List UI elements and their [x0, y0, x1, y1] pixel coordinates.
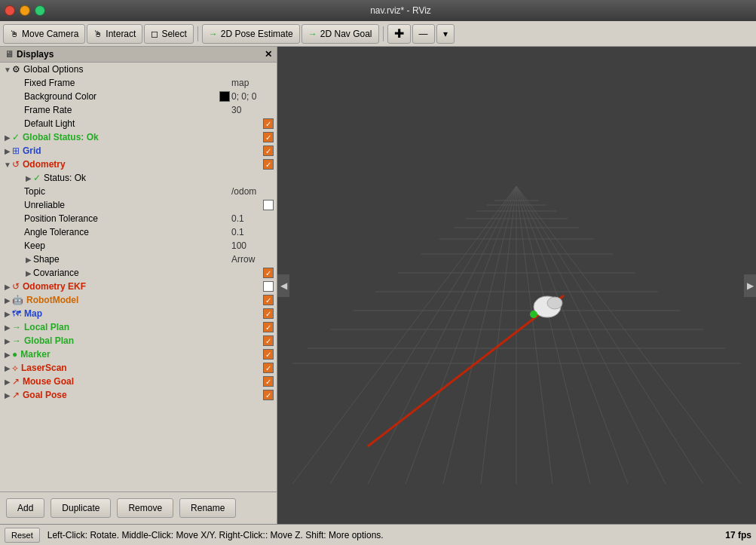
mouse-goal-row[interactable]: ▶ ↗ Mouse Goal [0, 375, 277, 388]
odometry-label: Odometry [23, 159, 263, 170]
marker-checkbox[interactable] [263, 349, 274, 360]
dropdown-button[interactable]: ▾ [436, 24, 455, 44]
local-plan-label: Local Plan [24, 322, 263, 332]
global-status-row[interactable]: ▶ ✓ Global Status: Ok [0, 130, 277, 144]
viewport-right-arrow[interactable]: ▶ [744, 274, 756, 297]
robot-model-arrow: ▶ [3, 296, 12, 305]
odometry-ekf-checkbox[interactable] [263, 281, 274, 292]
shape-arrow: ▶ [24, 256, 33, 264]
global-status-checkbox[interactable] [263, 132, 274, 142]
grid-row[interactable]: ▶ ⊞ Grid [0, 144, 277, 158]
minimize-button[interactable] [20, 5, 30, 16]
map-arrow: ▶ [3, 310, 12, 318]
local-plan-checkbox[interactable] [263, 322, 274, 332]
nav-goal-button[interactable]: → 2D Nav Goal [301, 24, 379, 44]
global-options-row[interactable]: ▼ ⚙ Global Options [0, 63, 277, 76]
add-crosshair-button[interactable]: ✚ [387, 24, 411, 44]
angle-tolerance-value: 0.1 [231, 227, 277, 237]
viewport[interactable]: ◀ ▶ [277, 47, 756, 524]
minus-button[interactable]: — [412, 24, 435, 44]
bg-color-value: 0; 0; 0 [231, 91, 277, 102]
keep-row[interactable]: Keep 100 [0, 239, 277, 253]
fps-counter: 17 fps [725, 530, 751, 540]
bg-color-label: Background Color [24, 91, 219, 102]
fixed-frame-row[interactable]: Fixed Frame map [0, 76, 277, 90]
local-plan-arrow: ▶ [3, 323, 12, 332]
global-plan-row[interactable]: ▶ → Global Plan [0, 334, 277, 348]
local-plan-row[interactable]: ▶ → Local Plan [0, 320, 277, 334]
pose-estimate-button[interactable]: → 2D Pose Estimate [202, 24, 300, 44]
odometry-unreliable-checkbox[interactable] [263, 200, 274, 210]
map-checkbox[interactable] [263, 308, 274, 319]
global-status-icon: ✓ [12, 132, 20, 142]
shape-row[interactable]: ▶ Shape Arrow [0, 253, 277, 266]
odometry-checkbox[interactable] [263, 159, 274, 170]
robot-model-row[interactable]: ▶ 🤖 RobotModel [0, 293, 277, 307]
laser-scan-checkbox[interactable] [263, 363, 274, 373]
angle-tolerance-label: Angle Tolerance [24, 227, 231, 237]
odometry-ekf-arrow: ▶ [3, 283, 12, 291]
mouse-goal-checkbox[interactable] [263, 376, 274, 387]
nav-goal-icon: → [308, 29, 317, 39]
robot-model-checkbox[interactable] [263, 295, 274, 305]
global-status-label: Global Status: Ok [23, 132, 263, 142]
odometry-topic-label: Topic [24, 186, 231, 197]
add-button[interactable]: Add [6, 498, 44, 518]
default-light-checkbox[interactable] [263, 118, 274, 129]
pose-estimate-icon: → [209, 29, 218, 39]
frame-rate-row[interactable]: Frame Rate 30 [0, 103, 277, 117]
odometry-ekf-row[interactable]: ▶ ↺ Odometry EKF [0, 280, 277, 293]
map-icon: 🗺 [12, 308, 21, 319]
goal-pose-row[interactable]: ▶ ↗ Goal Pose [0, 388, 277, 402]
goal-pose-checkbox[interactable] [263, 390, 274, 400]
left-panel: 🖥 Displays ✕ ▼ ⚙ Global Options Fixed Fr… [0, 47, 277, 524]
odometry-unreliable-row[interactable]: Unreliable [0, 198, 277, 212]
odometry-status-row[interactable]: ▶ ✓ Status: Ok [0, 171, 277, 185]
rename-button[interactable]: Rename [179, 498, 236, 518]
odometry-topic-value: /odom [231, 186, 277, 197]
close-button[interactable] [5, 5, 15, 16]
select-button[interactable]: ◻ Select [144, 24, 193, 44]
covariance-row[interactable]: ▶ Covariance [0, 266, 277, 280]
global-plan-arrow: ▶ [3, 337, 12, 345]
global-plan-checkbox[interactable] [263, 335, 274, 346]
grid-checkbox[interactable] [263, 145, 274, 156]
3d-grid [277, 47, 756, 491]
laser-scan-row[interactable]: ▶ ⟡ LaserScan [0, 361, 277, 375]
displays-panel[interactable]: ▼ ⚙ Global Options Fixed Frame map Backg… [0, 63, 277, 491]
duplicate-button[interactable]: Duplicate [51, 498, 111, 518]
reset-button[interactable]: Reset [5, 528, 40, 543]
interact-button[interactable]: 🖱 Interact [87, 24, 142, 44]
odometry-ekf-label: Odometry EKF [23, 281, 263, 292]
remove-button[interactable]: Remove [117, 498, 173, 518]
global-plan-icon: → [12, 335, 21, 346]
mouse-goal-label: Mouse Goal [23, 376, 263, 387]
global-plan-label: Global Plan [24, 335, 263, 346]
keep-label: Keep [24, 240, 231, 251]
bg-color-row[interactable]: Background Color 0; 0; 0 [0, 90, 277, 103]
move-camera-button[interactable]: 🖱 Move Camera [3, 24, 85, 44]
map-row[interactable]: ▶ 🗺 Map [0, 307, 277, 320]
displays-close-button[interactable]: ✕ [265, 49, 272, 60]
maximize-button[interactable] [35, 5, 45, 16]
viewport-left-arrow[interactable]: ◀ [277, 274, 289, 297]
marker-label: Marker [20, 349, 263, 360]
grid-label: Grid [23, 145, 263, 156]
frame-rate-value: 30 [231, 105, 277, 115]
bg-color-value-container: 0; 0; 0 [219, 91, 277, 102]
odometry-topic-row[interactable]: Topic /odom [0, 185, 277, 198]
position-tolerance-row[interactable]: Position Tolerance 0.1 [0, 212, 277, 225]
marker-row[interactable]: ▶ ● Marker [0, 348, 277, 361]
marker-arrow: ▶ [3, 351, 12, 359]
covariance-checkbox[interactable] [263, 268, 274, 278]
frame-rate-label: Frame Rate [24, 105, 231, 115]
toolbar-separator-1 [197, 26, 198, 41]
angle-tolerance-row[interactable]: Angle Tolerance 0.1 [0, 225, 277, 239]
global-status-arrow: ▶ [3, 133, 12, 142]
mouse-goal-arrow: ▶ [3, 378, 12, 386]
goal-pose-icon: ↗ [12, 390, 20, 400]
default-light-row[interactable]: Default Light [0, 117, 277, 130]
laser-scan-icon: ⟡ [12, 363, 18, 373]
odometry-row[interactable]: ▼ ↺ Odometry [0, 158, 277, 171]
displays-title: Displays [17, 49, 54, 60]
